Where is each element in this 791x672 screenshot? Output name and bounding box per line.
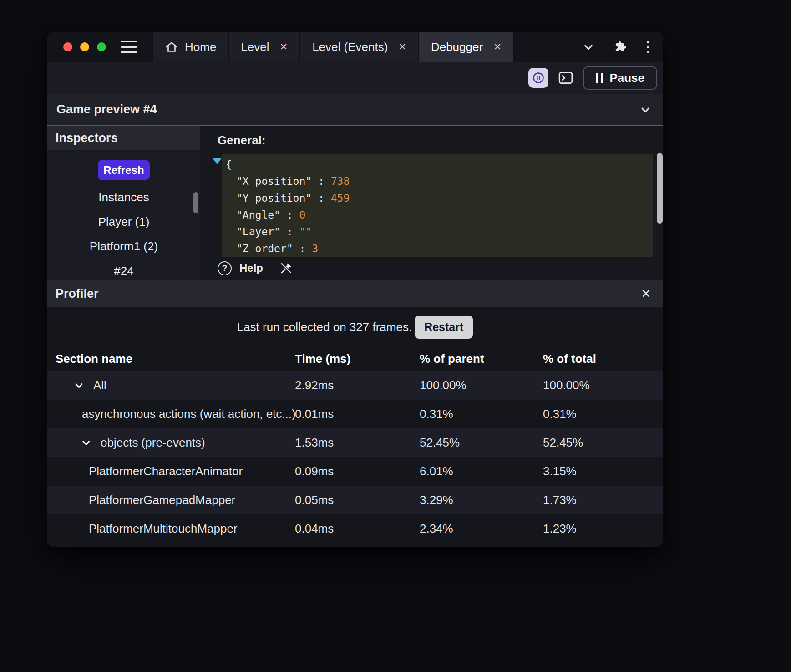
general-scrollbar[interactable] [657,153,663,224]
section-percent-total: 1.73% [543,493,663,507]
inspectors-scrollbar[interactable] [193,192,198,213]
chevron-down-icon[interactable] [73,379,85,392]
close-window-button[interactable] [63,42,72,51]
inspectors-panel: Inspectors Refresh Instances Player (1) … [47,126,200,280]
section-name: PlatformerCharacterAnimator [89,464,243,479]
help-question-icon[interactable]: ? [218,261,232,275]
hamburger-menu-icon[interactable] [121,41,137,53]
profiler-table-header: Section name Time (ms) % of parent % of … [47,347,663,371]
section-time: 2.92ms [295,378,420,392]
column-time: Time (ms) [295,352,420,366]
help-row: ? Help [218,261,294,275]
inspectors-header: Inspectors [47,126,200,150]
table-row: asynchronous actions (wait action, etc..… [47,400,663,428]
tab-label: Home [185,40,216,54]
pin-slash-icon[interactable] [279,261,294,275]
tab-label: Debugger [431,40,483,54]
extensions-puzzle-icon[interactable] [614,40,628,54]
titlebar-right-actions [582,32,663,62]
profiler-panel: Last run collected on 327 frames. Restar… [47,307,663,547]
section-percent-parent: 2.34% [420,522,543,536]
tab-bar: Home Level ✕ Level (Events) ✕ Debugger ✕ [152,32,514,62]
pause-button-label: Pause [609,71,644,85]
general-panel: General: { "X position" : 738 "Y positio… [200,126,663,280]
tab-label: Level (Events) [312,40,388,54]
section-percent-total: 0.31% [543,407,663,421]
tab-home[interactable]: Home [152,32,229,62]
tree-item-instance-24[interactable]: #24 [114,259,133,280]
table-row: PlatformerGamepadMapper 0.05ms 3.29% 1.7… [47,486,663,514]
section-name: objects (pre-events) [101,436,205,450]
console-button[interactable] [556,68,576,88]
section-time: 0.01ms [295,407,420,421]
pause-icon [596,73,603,83]
table-row: All 2.92ms 100.00% 100.00% [47,371,663,400]
titlebar: Home Level ✕ Level (Events) ✕ Debugger ✕ [47,32,663,62]
column-section-name: Section name [56,352,295,366]
tab-label: Level [241,40,269,54]
property-z-order: "Z order" : 3 [226,240,653,257]
tree-item-platform1[interactable]: Platform1 (2) [90,234,158,259]
maximize-window-button[interactable] [97,42,106,51]
chevron-down-icon[interactable] [582,41,595,53]
table-row: PlatformerCharacterAnimator 0.09ms 6.01%… [47,457,663,486]
minimize-window-button[interactable] [80,42,89,51]
profiler-status-row: Last run collected on 327 frames. Restar… [47,307,663,347]
property-y-position: "Y position" : 459 [226,190,653,207]
table-row: objects (pre-events) 1.53ms 52.45% 52.45… [47,428,663,457]
traffic-lights [47,32,106,62]
property-angle: "Angle" : 0 [226,207,653,224]
profiler-header: Profiler ✕ [47,280,663,307]
debugger-toolbar: Pause [47,62,663,94]
chevron-down-icon[interactable] [80,437,92,449]
section-percent-parent: 6.01% [420,464,543,479]
pause-circle-icon [532,71,545,84]
properties-json-view: { "X position" : 738 "Y position" : 459 … [222,154,653,257]
property-x-position: "X position" : 738 [226,173,653,190]
pause-circle-button[interactable] [528,68,548,88]
general-section-title: General: [218,133,266,148]
section-name: asynchronous actions (wait action, etc..… [82,407,295,421]
section-time: 1.53ms [295,436,420,450]
column-percent-total: % of total [543,352,663,366]
profiler-table: Section name Time (ms) % of parent % of … [47,347,663,543]
column-percent-parent: % of parent [420,352,543,366]
section-percent-parent: 100.00% [420,378,543,392]
section-percent-total: 1.23% [543,522,663,536]
kebab-menu-icon[interactable] [647,41,649,53]
close-icon[interactable]: ✕ [641,287,651,301]
help-link[interactable]: Help [239,262,263,275]
game-preview-header[interactable]: Game preview #4 [47,94,663,126]
profiler-status-text: Last run collected on 327 frames. [237,320,412,334]
section-time: 0.09ms [295,464,420,479]
section-time: 0.04ms [295,522,420,536]
section-name: All [93,378,106,392]
pause-button[interactable]: Pause [583,66,657,90]
chevron-down-icon[interactable] [639,103,652,116]
restart-button[interactable]: Restart [415,316,473,339]
close-tab-icon[interactable]: ✕ [398,41,406,52]
close-tab-icon[interactable]: ✕ [280,41,288,52]
game-preview-title: Game preview #4 [56,102,157,117]
console-icon [558,71,573,85]
tab-debugger[interactable]: Debugger ✕ [419,32,514,62]
debugger-main: Inspectors Refresh Instances Player (1) … [47,126,663,280]
section-percent-parent: 52.45% [420,436,543,450]
table-row: PlatformerMultitouchMapper 0.04ms 2.34% … [47,514,663,543]
section-percent-parent: 0.31% [420,407,543,421]
tab-level-events[interactable]: Level (Events) ✕ [300,32,419,62]
tree-item-player[interactable]: Player (1) [98,209,150,234]
tab-level[interactable]: Level ✕ [229,32,300,62]
tree-item-instances[interactable]: Instances [98,185,149,209]
section-percent-parent: 3.29% [420,493,543,507]
property-layer: "Layer" : "" [226,224,653,240]
close-tab-icon[interactable]: ✕ [493,41,502,52]
section-percent-total: 100.00% [543,378,663,392]
debugger-window: Home Level ✕ Level (Events) ✕ Debugger ✕ [47,32,663,547]
code-line: { [226,156,653,173]
inspectors-title: Inspectors [56,131,118,145]
section-name: PlatformerMultitouchMapper [89,522,238,536]
refresh-button[interactable]: Refresh [98,160,150,180]
expander-triangle-icon[interactable] [212,158,222,164]
section-name: PlatformerGamepadMapper [89,493,235,507]
